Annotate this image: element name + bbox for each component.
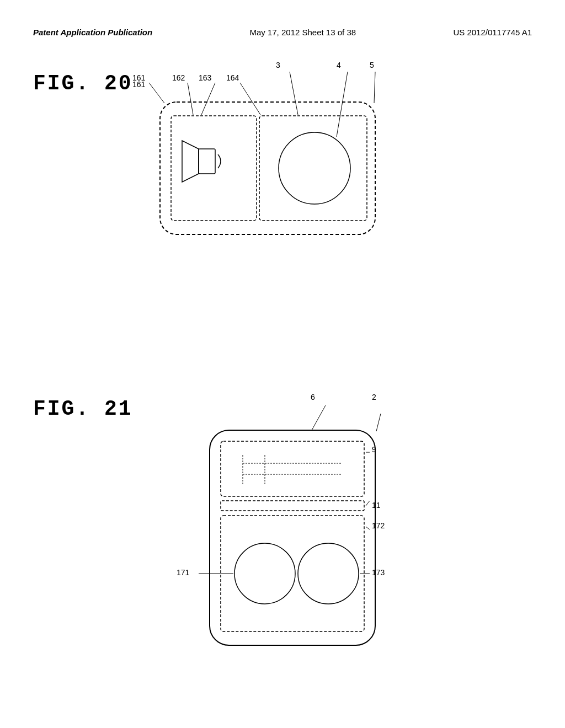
svg-line-23 bbox=[312, 405, 326, 430]
fig21-label: FIG. 21 bbox=[33, 397, 133, 421]
fig21-section: FIG. 21 bbox=[33, 397, 133, 421]
svg-rect-3 bbox=[199, 149, 215, 174]
svg-line-24 bbox=[376, 414, 381, 431]
header-patent-number: US 2012/0117745 A1 bbox=[453, 28, 532, 37]
svg-rect-16 bbox=[221, 516, 364, 631]
ref-6-label: 6 bbox=[311, 393, 315, 402]
svg-line-8 bbox=[201, 83, 215, 115]
svg-line-10 bbox=[290, 72, 298, 115]
svg-rect-15 bbox=[221, 501, 364, 511]
ref-3-label: 3 bbox=[276, 61, 280, 69]
ref-9-label: 9 bbox=[372, 445, 376, 454]
svg-marker-4 bbox=[182, 141, 199, 182]
ref-173-label: 173 bbox=[372, 568, 385, 577]
svg-point-5 bbox=[279, 132, 350, 204]
ref-161-label: 161 bbox=[132, 73, 145, 82]
svg-line-12 bbox=[374, 72, 375, 103]
ref-2-label: 2 bbox=[372, 393, 376, 402]
fig20-svg bbox=[149, 85, 397, 251]
ref-164-label: 164 bbox=[226, 73, 239, 82]
fig21-diagram: 6 2 9 11 172 171 173 bbox=[193, 419, 403, 659]
svg-rect-1 bbox=[171, 116, 257, 221]
fig21-svg bbox=[193, 419, 403, 656]
ref-163-label: 163 bbox=[199, 73, 211, 82]
page: Patent Application Publication May 17, 2… bbox=[0, 0, 565, 728]
ref-5-label: 5 bbox=[370, 61, 374, 69]
svg-rect-0 bbox=[160, 102, 375, 234]
svg-line-27 bbox=[366, 527, 370, 529]
ref-172-label: 172 bbox=[372, 521, 385, 530]
svg-line-26 bbox=[366, 501, 370, 506]
ref-11-label: 11 bbox=[372, 501, 381, 510]
svg-point-17 bbox=[234, 543, 295, 604]
svg-line-9 bbox=[240, 83, 260, 115]
svg-rect-13 bbox=[210, 430, 375, 645]
fig20-label: FIG. 20 bbox=[33, 72, 133, 95]
svg-line-7 bbox=[188, 83, 193, 115]
header-date-sheet: May 17, 2012 Sheet 13 of 38 bbox=[249, 28, 356, 37]
ref-171-label: 171 bbox=[177, 568, 189, 577]
fig20-diagram: 161 bbox=[149, 85, 397, 253]
fig20-section: FIG. 20 bbox=[33, 72, 133, 95]
svg-rect-14 bbox=[221, 441, 364, 496]
ref-4-label: 4 bbox=[337, 61, 341, 69]
header: Patent Application Publication May 17, 2… bbox=[33, 28, 532, 37]
svg-line-6 bbox=[149, 83, 164, 103]
svg-point-18 bbox=[298, 543, 359, 604]
header-publication-label: Patent Application Publication bbox=[33, 28, 152, 37]
ref-162-label: 162 bbox=[172, 73, 185, 82]
svg-line-11 bbox=[337, 72, 348, 137]
